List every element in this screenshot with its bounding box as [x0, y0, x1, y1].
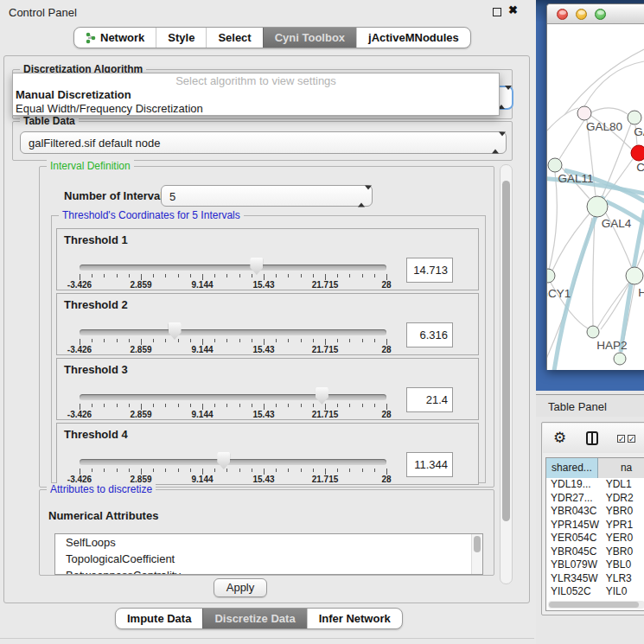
zoom-traffic-light-icon[interactable] [595, 9, 606, 20]
table-cell[interactable]: YLR345W [546, 572, 601, 586]
network-edge[interactable] [549, 172, 557, 270]
table-cell[interactable]: YER0 [601, 532, 644, 545]
slider-thumb[interactable] [316, 387, 328, 405]
tab-network[interactable]: Network [74, 28, 156, 48]
table-cell[interactable]: YDL19... [546, 478, 601, 492]
tab-select[interactable]: Select [206, 28, 262, 48]
tab-style[interactable]: Style [156, 28, 206, 48]
network-edge[interactable] [593, 217, 595, 326]
network-edge[interactable] [564, 49, 644, 115]
threshold-value-field[interactable]: 14.713 [406, 258, 453, 283]
network-canvas[interactable]: GAL80GACGAL11GAL4GCY1HHAP2 [547, 24, 644, 370]
attribute-item[interactable]: SelfLoops [55, 534, 482, 551]
threshold-value-field[interactable]: 11.344 [406, 452, 453, 477]
slider-thumb[interactable] [169, 322, 182, 340]
table-cell[interactable]: YLR3 [601, 572, 644, 586]
slider-track[interactable] [80, 265, 386, 271]
list-scrollbar[interactable] [471, 534, 482, 574]
algorithm-option[interactable]: Equal Width/Frequency Discretization [13, 102, 499, 116]
network-node-gcy1[interactable] [547, 269, 555, 283]
network-node-ga[interactable] [628, 111, 641, 124]
slider-thumb[interactable] [217, 452, 230, 469]
network-node-gal11[interactable] [548, 158, 562, 172]
threshold-value-field[interactable]: 6.316 [406, 322, 453, 348]
network-edge[interactable] [547, 108, 578, 131]
vertical-scrollbar[interactable] [500, 164, 513, 584]
num-intervals-combobox[interactable]: 5 [161, 185, 373, 207]
apply-button[interactable]: Apply [214, 578, 267, 597]
table-row[interactable]: YBL079WYBL0 [546, 558, 644, 572]
tick-mark [362, 274, 363, 277]
network-node-c[interactable] [631, 145, 644, 161]
table-row[interactable]: YDL19...YDL1 [546, 478, 644, 492]
table-cell[interactable]: YIL052C [546, 585, 601, 599]
split-columns-icon[interactable] [586, 431, 598, 445]
network-edge[interactable] [591, 108, 628, 114]
tick-mark [301, 274, 302, 277]
select-checkbox-icon[interactable]: ✓ [617, 435, 625, 443]
table-row[interactable]: YBR045CYBR0 [546, 545, 644, 559]
column-header[interactable]: na [598, 458, 644, 478]
float-window-icon[interactable] [493, 8, 501, 16]
table-cell[interactable]: YIL0 [601, 585, 644, 599]
close-icon[interactable]: ✖ [508, 3, 518, 16]
table-row[interactable]: YPR145WYPR1 [546, 519, 644, 532]
window-titlebar[interactable] [547, 4, 644, 24]
table-cell[interactable]: YBL079W [546, 558, 601, 572]
minimize-traffic-light-icon[interactable] [576, 9, 587, 20]
scale-label: 28 [381, 410, 391, 419]
slider-thumb[interactable] [250, 258, 263, 275]
horizontal-scrollbar[interactable] [548, 601, 644, 609]
network-node-gal80[interactable] [577, 106, 591, 120]
table-cell[interactable]: YBR0 [601, 505, 644, 519]
scrollbar-thumb[interactable] [502, 181, 510, 521]
scrollbar-thumb[interactable] [474, 536, 481, 552]
network-graph[interactable]: GAL80GACGAL11GAL4GCY1HHAP2 [547, 24, 644, 370]
table-row[interactable]: YBR043CYBR0 [546, 505, 644, 519]
table-cell[interactable]: YDL1 [601, 478, 644, 492]
network-edge[interactable] [552, 214, 590, 271]
table-row[interactable]: YDR27...YDR2 [546, 492, 644, 506]
table-row[interactable]: YIL052CYIL0 [546, 585, 644, 599]
tab-infer-network[interactable]: Infer Network [307, 609, 402, 628]
column-header[interactable]: shared... [546, 458, 598, 478]
node-table[interactable]: shared...na YDL19...YDL1YDR27...YDR2YBR0… [545, 457, 644, 611]
network-node-hap2[interactable] [587, 326, 599, 338]
tab-impute-data[interactable]: Impute Data [116, 609, 202, 628]
table-cell[interactable]: YBR0 [601, 545, 644, 559]
tab-cyni-toolbox[interactable]: Cyni Toolbox [263, 28, 356, 48]
table-cell[interactable]: YDR27... [546, 492, 601, 506]
table-cell[interactable]: YBL0 [601, 558, 644, 572]
select-checkbox-icon[interactable]: ✓ [628, 435, 635, 443]
close-traffic-light-icon[interactable] [557, 9, 568, 20]
slider-track[interactable] [80, 329, 386, 335]
settings-gear-icon[interactable]: ⚙ [553, 429, 566, 447]
scrollbar-thumb[interactable] [549, 602, 639, 608]
table-cell[interactable]: YPR1 [601, 519, 644, 532]
table-cell[interactable]: YDR2 [601, 492, 644, 506]
table-cell[interactable]: YBR045C [546, 545, 601, 559]
slider-track[interactable] [80, 394, 386, 400]
scale-label: 15.43 [252, 410, 274, 419]
network-window[interactable]: GAL80GACGAL11GAL4GCY1HHAP2 [546, 3, 644, 370]
threshold-value-field[interactable]: 21.4 [406, 387, 453, 412]
attribute-item[interactable]: TopologicalCoefficient [55, 551, 482, 567]
network-edge[interactable] [559, 120, 584, 159]
table-row[interactable]: YER054CYER0 [546, 532, 644, 545]
network-node-h[interactable] [626, 267, 643, 284]
tick-mark [202, 469, 203, 475]
tab-jactivemnodules[interactable]: jActiveMNodules [356, 28, 470, 48]
network-node[interactable] [614, 353, 626, 365]
attributes-list[interactable]: SelfLoopsTopologicalCoefficientBetweenne… [54, 533, 483, 575]
table-row[interactable]: YLR345WYLR3 [546, 572, 644, 586]
tab-label: Style [168, 31, 194, 44]
table-cell[interactable]: YER054C [546, 532, 601, 545]
algorithm-option[interactable]: Manual Discretization [13, 88, 499, 102]
table-cell[interactable]: YBR043C [546, 505, 601, 519]
table-data-combobox[interactable]: galFiltered.sif default node [20, 131, 507, 154]
attribute-item[interactable]: BetweennessCentrality [55, 567, 482, 575]
network-node-gal4[interactable] [587, 196, 608, 217]
slider-track[interactable] [80, 459, 386, 465]
tab-discretize-data[interactable]: Discretize Data [202, 609, 306, 628]
table-cell[interactable]: YPR145W [546, 519, 601, 532]
